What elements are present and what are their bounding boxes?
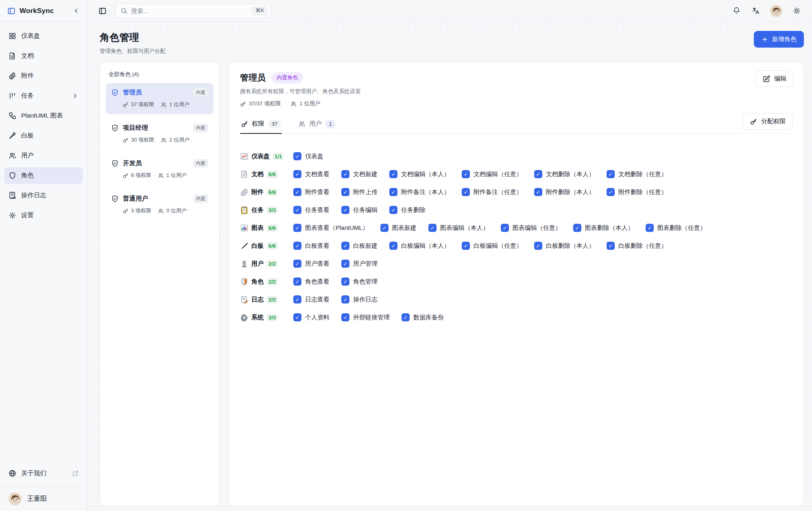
checked-checkbox[interactable]: ✓ bbox=[293, 170, 301, 178]
tab-users[interactable]: 用户1 bbox=[297, 117, 336, 133]
sidebar-item-1[interactable]: 仪表盘 bbox=[4, 28, 83, 44]
permission-checkbox-item[interactable]: ✓ 文档新建 bbox=[341, 170, 378, 178]
role-list-item-1[interactable]: 管理员 内置 37 项权限 1 位用户 bbox=[106, 83, 214, 114]
role-list-item-3[interactable]: 开发员 内置 6 项权限 1 位用户 bbox=[106, 154, 214, 185]
permission-checkbox-item[interactable]: ✓ 日志查看 bbox=[293, 295, 330, 304]
sidebar-item-about[interactable]: 关于我们 bbox=[4, 464, 83, 482]
checked-checkbox[interactable]: ✓ bbox=[607, 170, 615, 178]
checked-checkbox[interactable]: ✓ bbox=[428, 224, 437, 232]
checked-checkbox[interactable]: ✓ bbox=[646, 224, 654, 232]
permission-checkbox-item[interactable]: ✓ 白板新建 bbox=[341, 242, 378, 250]
checked-checkbox[interactable]: ✓ bbox=[341, 170, 349, 178]
sidebar-item-8[interactable]: 角色 bbox=[4, 167, 83, 184]
sidebar-item-4[interactable]: 任务 bbox=[4, 87, 83, 104]
sidebar-item-10[interactable]: 设置 bbox=[4, 207, 83, 224]
checked-checkbox[interactable]: ✓ bbox=[341, 313, 349, 321]
permission-checkbox-item[interactable]: ✓ 文档编辑（任意） bbox=[462, 170, 522, 178]
permission-checkbox-item[interactable]: ✓ 附件备注（任意） bbox=[462, 188, 522, 196]
sidebar-item-7[interactable]: 用户 bbox=[4, 147, 83, 164]
checked-checkbox[interactable]: ✓ bbox=[293, 206, 301, 214]
checked-checkbox[interactable]: ✓ bbox=[462, 170, 470, 178]
checked-checkbox[interactable]: ✓ bbox=[534, 170, 542, 178]
checked-checkbox[interactable]: ✓ bbox=[402, 313, 410, 321]
search-input[interactable] bbox=[131, 7, 249, 14]
permission-checkbox-item[interactable]: ✓ 仪表盘 bbox=[293, 152, 323, 160]
sidebar-user[interactable]: 王重阳 bbox=[0, 486, 87, 511]
notifications-bell-icon[interactable] bbox=[730, 4, 743, 17]
checked-checkbox[interactable]: ✓ bbox=[389, 188, 397, 196]
permission-checkbox-item[interactable]: ✓ 附件上传 bbox=[341, 188, 378, 196]
panel-toggle-icon[interactable] bbox=[96, 5, 109, 17]
checked-checkbox[interactable]: ✓ bbox=[293, 224, 301, 232]
checked-checkbox[interactable]: ✓ bbox=[534, 242, 542, 250]
permission-checkbox-item[interactable]: ✓ 任务查看 bbox=[293, 206, 330, 214]
tab-permissions[interactable]: 权限37 bbox=[240, 117, 282, 133]
checked-checkbox[interactable]: ✓ bbox=[293, 188, 301, 196]
permission-checkbox-item[interactable]: ✓ 白板删除（本人） bbox=[534, 242, 595, 250]
permission-checkbox-item[interactable]: ✓ 任务删除 bbox=[389, 206, 426, 214]
checked-checkbox[interactable]: ✓ bbox=[573, 224, 581, 232]
checked-checkbox[interactable]: ✓ bbox=[389, 206, 397, 214]
role-list-item-4[interactable]: 普通用户 内置 3 项权限 0 位用户 bbox=[106, 189, 214, 221]
permission-checkbox-item[interactable]: ✓ 白板查看 bbox=[293, 242, 330, 250]
permission-checkbox-item[interactable]: ✓ 文档查看 bbox=[293, 170, 330, 178]
checked-checkbox[interactable]: ✓ bbox=[293, 295, 301, 304]
permission-checkbox-item[interactable]: ✓ 图表查看（PlantUML） bbox=[293, 224, 369, 232]
permission-checkbox-item[interactable]: ✓ 附件备注（本人） bbox=[389, 188, 450, 196]
sidebar-item-6[interactable]: 白板 bbox=[4, 127, 83, 144]
permission-checkbox-item[interactable]: ✓ 图表新建 bbox=[380, 224, 417, 232]
permission-checkbox-item[interactable]: ✓ 个人资料 bbox=[293, 313, 330, 321]
permission-checkbox-item[interactable]: ✓ 白板编辑（本人） bbox=[389, 242, 450, 250]
permission-checkbox-item[interactable]: ✓ 文档删除（本人） bbox=[534, 170, 595, 178]
checked-checkbox[interactable]: ✓ bbox=[341, 242, 349, 250]
permission-checkbox-item[interactable]: ✓ 图表删除（任意） bbox=[646, 224, 706, 232]
checked-checkbox[interactable]: ✓ bbox=[341, 295, 349, 304]
permission-checkbox-item[interactable]: ✓ 操作日志 bbox=[341, 295, 378, 304]
permission-checkbox-item[interactable]: ✓ 数据库备份 bbox=[402, 313, 444, 321]
checked-checkbox[interactable]: ✓ bbox=[607, 188, 615, 196]
theme-sun-icon[interactable] bbox=[790, 4, 803, 17]
checked-checkbox[interactable]: ✓ bbox=[501, 224, 509, 232]
role-list-item-2[interactable]: 项目经理 内置 30 项权限 2 位用户 bbox=[106, 118, 214, 150]
search-box[interactable]: ⌘K bbox=[115, 4, 271, 18]
sidebar-item-5[interactable]: PlantUML 图表 bbox=[4, 107, 83, 124]
checked-checkbox[interactable]: ✓ bbox=[462, 188, 470, 196]
permission-checkbox-item[interactable]: ✓ 白板删除（任意） bbox=[607, 242, 667, 250]
permission-checkbox-item[interactable]: ✓ 图表编辑（任意） bbox=[501, 224, 561, 232]
permission-checkbox-item[interactable]: ✓ 附件查看 bbox=[293, 188, 330, 196]
permission-checkbox-item[interactable]: ✓ 角色查看 bbox=[293, 277, 330, 286]
add-role-button[interactable]: 新增角色 bbox=[754, 31, 804, 48]
permission-checkbox-item[interactable]: ✓ 文档删除（任意） bbox=[607, 170, 667, 178]
sidebar-item-2[interactable]: 文档 bbox=[4, 48, 83, 64]
sidebar-item-3[interactable]: 附件 bbox=[4, 68, 83, 84]
checked-checkbox[interactable]: ✓ bbox=[293, 313, 301, 321]
checked-checkbox[interactable]: ✓ bbox=[341, 277, 349, 286]
checked-checkbox[interactable]: ✓ bbox=[293, 277, 301, 286]
permission-checkbox-item[interactable]: ✓ 附件删除（任意） bbox=[607, 188, 667, 196]
permission-checkbox-item[interactable]: ✓ 任务编辑 bbox=[341, 206, 378, 214]
sidebar-item-9[interactable]: 操作日志 bbox=[4, 187, 83, 204]
checked-checkbox[interactable]: ✓ bbox=[293, 152, 301, 160]
checked-checkbox[interactable]: ✓ bbox=[389, 170, 397, 178]
checked-checkbox[interactable]: ✓ bbox=[607, 242, 615, 250]
checked-checkbox[interactable]: ✓ bbox=[462, 242, 470, 250]
sidebar-collapse-button[interactable] bbox=[71, 6, 81, 16]
checked-checkbox[interactable]: ✓ bbox=[534, 188, 542, 196]
permission-checkbox-item[interactable]: ✓ 图表删除（本人） bbox=[573, 224, 634, 232]
permission-checkbox-item[interactable]: ✓ 外部链接管理 bbox=[341, 313, 390, 321]
checked-checkbox[interactable]: ✓ bbox=[341, 260, 349, 268]
permission-checkbox-item[interactable]: ✓ 角色管理 bbox=[341, 277, 378, 286]
permission-checkbox-item[interactable]: ✓ 文档编辑（本人） bbox=[389, 170, 450, 178]
checked-checkbox[interactable]: ✓ bbox=[380, 224, 389, 232]
checked-checkbox[interactable]: ✓ bbox=[293, 242, 301, 250]
permission-checkbox-item[interactable]: ✓ 白板编辑（任意） bbox=[462, 242, 522, 250]
checked-checkbox[interactable]: ✓ bbox=[341, 206, 349, 214]
language-switch-icon[interactable] bbox=[749, 4, 762, 17]
checked-checkbox[interactable]: ✓ bbox=[341, 188, 349, 196]
topbar-avatar[interactable] bbox=[770, 5, 782, 17]
checked-checkbox[interactable]: ✓ bbox=[293, 260, 301, 268]
checked-checkbox[interactable]: ✓ bbox=[389, 242, 397, 250]
permission-checkbox-item[interactable]: ✓ 用户查看 bbox=[293, 260, 330, 268]
assign-permissions-button[interactable]: 分配权限 bbox=[742, 113, 793, 130]
permission-checkbox-item[interactable]: ✓ 用户管理 bbox=[341, 260, 378, 268]
